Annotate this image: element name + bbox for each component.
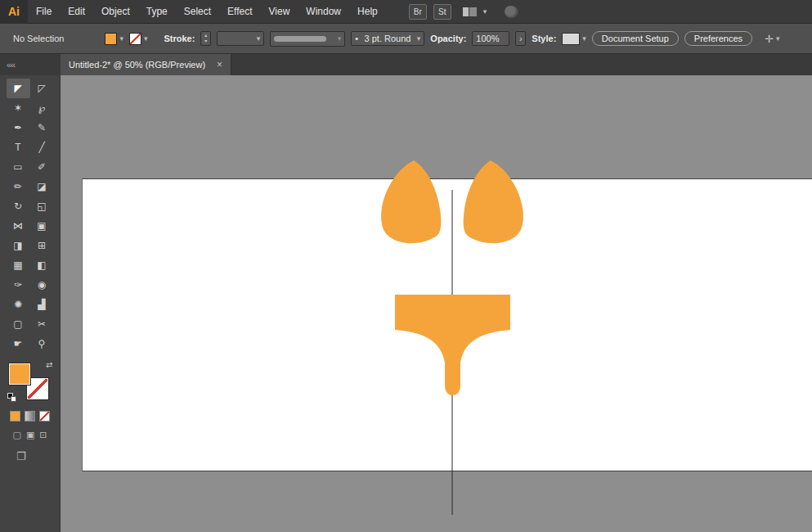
- menu-item-type[interactable]: Type: [138, 0, 176, 24]
- menubar-badges: BrSt: [409, 4, 451, 20]
- chevron-down-icon: ▾: [582, 34, 586, 43]
- pencil-tool[interactable]: ✏: [7, 177, 30, 196]
- draw-inside-button[interactable]: ⊡: [39, 430, 47, 440]
- blend-tool[interactable]: ◉: [30, 275, 54, 295]
- curvature-tool[interactable]: ✎: [30, 118, 54, 138]
- main-area: ◤◸✶℘✒✎T╱▭✐✏◪↻◱⋈▣◨⊞▦◧✑◉✺▟▢✂☛⚲ ⇄ ▢ ▣ ⊡ ❐: [0, 75, 812, 532]
- mesh-tool[interactable]: ▦: [7, 255, 30, 275]
- default-stroke-icon: [11, 396, 16, 402]
- badge-br[interactable]: Br: [409, 4, 427, 20]
- rectangle-tool[interactable]: ▭: [7, 157, 30, 177]
- document-tab-title: Untitled-2* @ 50% (RGB/Preview): [69, 60, 205, 70]
- document-tab[interactable]: Untitled-2* @ 50% (RGB/Preview) ×: [61, 54, 231, 75]
- swap-fill-stroke-icon[interactable]: ⇄: [46, 360, 52, 369]
- draw-mode-row: ▢ ▣ ⊡: [12, 430, 47, 440]
- brush-dot-icon: •: [355, 34, 358, 43]
- column-graph-tool[interactable]: ▟: [30, 295, 54, 314]
- width-tool[interactable]: ⋈: [7, 216, 30, 236]
- menu-item-object[interactable]: Object: [93, 0, 138, 24]
- spinner-up-icon[interactable]: ▴: [201, 33, 210, 38]
- preferences-button[interactable]: Preferences: [684, 31, 752, 46]
- menu-item-help[interactable]: Help: [349, 0, 386, 24]
- left-ear-shape[interactable]: [381, 160, 441, 243]
- selection-tool[interactable]: ◤: [7, 79, 30, 98]
- draw-behind-button[interactable]: ▣: [26, 430, 34, 440]
- variable-width-dropdown[interactable]: ▾: [270, 31, 345, 47]
- brush-definition-value: 3 pt. Round: [365, 34, 411, 43]
- style-dropdown[interactable]: ▾: [562, 33, 586, 45]
- zoom-tool[interactable]: ⚲: [30, 334, 54, 354]
- menu-item-effect[interactable]: Effect: [219, 0, 260, 24]
- symbol-sprayer-tool[interactable]: ✺: [7, 295, 30, 314]
- draw-normal-button[interactable]: ▢: [12, 430, 20, 440]
- fill-stroke-widget: ⇄: [7, 360, 53, 404]
- stroke-color-dropdown[interactable]: ▾: [129, 33, 148, 45]
- eyedropper-tool[interactable]: ✑: [7, 275, 30, 295]
- slice-tool[interactable]: ✂: [30, 314, 54, 334]
- gradient-button[interactable]: [25, 411, 35, 422]
- hand-tool[interactable]: ☛: [7, 334, 30, 354]
- menu-item-select[interactable]: Select: [176, 0, 219, 24]
- lasso-tool[interactable]: ℘: [30, 98, 54, 118]
- scale-tool[interactable]: ◱: [30, 196, 54, 216]
- direct-selection-tool[interactable]: ◸: [30, 79, 54, 98]
- opacity-chevron-button[interactable]: ›: [515, 31, 526, 46]
- touch-workspace-icon[interactable]: [505, 6, 518, 18]
- workspace-pane-icon: [469, 7, 477, 16]
- chevron-down-icon[interactable]: ▾: [483, 7, 487, 16]
- line-segment-tool[interactable]: ╱: [30, 138, 54, 157]
- shape-builder-tool[interactable]: ◨: [7, 236, 30, 255]
- opacity-input[interactable]: 100%: [472, 31, 509, 46]
- stroke-none-swatch-icon: [129, 33, 141, 45]
- menubar: Ai FileEditObjectTypeSelectEffectViewWin…: [0, 0, 812, 24]
- close-icon[interactable]: ×: [217, 59, 222, 70]
- eraser-tool[interactable]: ◪: [30, 177, 54, 196]
- arrange-icon: ✛: [765, 33, 774, 45]
- arrange-dropdown[interactable]: ✛ ▾: [765, 33, 779, 45]
- chevron-down-icon: ▾: [417, 34, 421, 43]
- color-button[interactable]: [10, 411, 20, 422]
- magic-wand-tool[interactable]: ✶: [7, 98, 30, 118]
- menu-item-window[interactable]: Window: [298, 0, 349, 24]
- stroke-weight-dropdown[interactable]: ▾: [217, 31, 264, 46]
- opacity-label: Opacity:: [430, 34, 466, 43]
- paintbrush-tool[interactable]: ✐: [30, 157, 54, 177]
- brush-definition-dropdown[interactable]: • 3 pt. Round ▾: [351, 31, 424, 46]
- type-tool[interactable]: T: [7, 138, 30, 157]
- workspace-switcher-icon[interactable]: [463, 7, 477, 16]
- document-setup-button[interactable]: Document Setup: [592, 31, 679, 46]
- app-logo: Ai: [0, 0, 28, 24]
- artwork-layer: [61, 75, 812, 532]
- none-button[interactable]: [39, 411, 50, 422]
- workspace-pane-icon: [463, 7, 469, 16]
- chevron-down-icon: ▾: [338, 34, 342, 43]
- chevron-down-icon: ▾: [119, 34, 123, 43]
- chevron-down-icon: ▾: [776, 34, 780, 43]
- spinner-down-icon[interactable]: ▾: [201, 38, 210, 44]
- panel-collapse-button[interactable]: ««: [0, 54, 61, 75]
- right-ear-shape[interactable]: [464, 160, 523, 243]
- collapse-icon: ««: [7, 60, 15, 70]
- default-colors-icon[interactable]: [7, 393, 17, 403]
- badge-st[interactable]: St: [433, 4, 451, 20]
- screen-mode-button[interactable]: ❐: [16, 450, 26, 462]
- fill-color-dropdown[interactable]: ▾: [105, 33, 123, 45]
- tools-panel: ◤◸✶℘✒✎T╱▭✐✏◪↻◱⋈▣◨⊞▦◧✑◉✺▟▢✂☛⚲ ⇄ ▢ ▣ ⊡ ❐: [0, 75, 61, 532]
- body-shape[interactable]: [395, 295, 510, 395]
- menu-item-view[interactable]: View: [261, 0, 298, 24]
- fill-swatch-icon: [105, 33, 117, 45]
- menu-item-edit[interactable]: Edit: [60, 0, 93, 24]
- pen-tool[interactable]: ✒: [7, 118, 30, 138]
- fill-color-swatch[interactable]: [9, 363, 30, 385]
- stroke-weight-stepper[interactable]: ▴ ▾: [200, 31, 211, 46]
- control-bar: No Selection ▾ ▾ Stroke: ▴ ▾ ▾ ▾ • 3 pt.…: [0, 24, 812, 54]
- rotate-tool[interactable]: ↻: [7, 196, 30, 216]
- free-transform-tool[interactable]: ▣: [30, 216, 54, 236]
- perspective-grid-tool[interactable]: ⊞: [30, 236, 54, 255]
- menu-item-file[interactable]: File: [28, 0, 60, 24]
- artboard-tool[interactable]: ▢: [7, 314, 30, 334]
- selection-status-label: No Selection: [13, 34, 64, 43]
- style-swatch-icon: [562, 33, 580, 45]
- canvas-area[interactable]: [61, 75, 812, 532]
- gradient-tool[interactable]: ◧: [30, 255, 54, 275]
